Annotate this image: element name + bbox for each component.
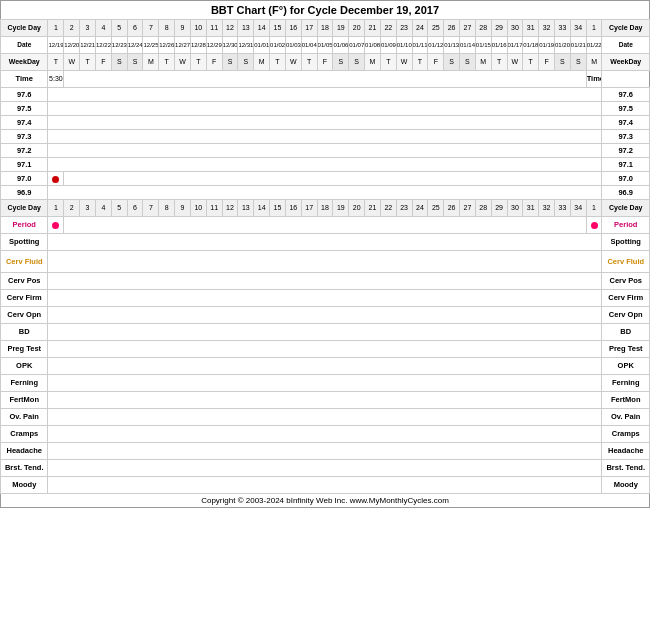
cerv-fluid-label-left: Cerv Fluid — [1, 251, 48, 273]
wd-13: S — [238, 54, 254, 71]
wd-5: S — [111, 54, 127, 71]
date-d20: 01/07 — [349, 37, 365, 54]
temp-row-973: 97.3 97.3 — [1, 130, 650, 144]
headache-label-right: Headache — [602, 443, 650, 460]
temp-cells-976 — [48, 88, 602, 102]
period-cells — [64, 217, 586, 234]
cerv-firm-label-right: Cerv Firm — [602, 290, 650, 307]
temp-cells-973 — [48, 130, 602, 144]
cd-7: 7 — [143, 20, 159, 37]
cdb-8: 8 — [159, 200, 175, 217]
temp-cells-974 — [48, 116, 602, 130]
cdb-20: 20 — [349, 200, 365, 217]
date-label: Date — [1, 37, 48, 54]
wd-1: T — [48, 54, 64, 71]
headache-row: Headache Headache — [1, 443, 650, 460]
wd-4: F — [95, 54, 111, 71]
cdb-27: 27 — [460, 200, 476, 217]
moody-label-left: Moody — [1, 477, 48, 494]
temp-label-976-right: 97.6 — [602, 88, 650, 102]
period-row: Period Period — [1, 217, 650, 234]
date-label-right: Date — [602, 37, 650, 54]
ov-pain-label-left: Ov. Pain — [1, 409, 48, 426]
wd-23: W — [396, 54, 412, 71]
date-d13: 12/31 — [238, 37, 254, 54]
spotting-cells — [48, 234, 602, 251]
temp-label-970-right: 97.0 — [602, 172, 650, 186]
bd-cells — [48, 324, 602, 341]
temp-cells-972 — [48, 144, 602, 158]
footer: Copyright © 2003-2024 bInfinity Web Inc.… — [0, 494, 650, 508]
period-dot-1 — [48, 217, 64, 234]
cd-23: 23 — [396, 20, 412, 37]
cd-29: 29 — [491, 20, 507, 37]
cdb-32: 32 — [539, 200, 555, 217]
temp-label-971-left: 97.1 — [1, 158, 48, 172]
date-d9: 12/27 — [175, 37, 191, 54]
temp-label-975-right: 97.5 — [602, 102, 650, 116]
wd-30: W — [507, 54, 523, 71]
headache-cells — [48, 443, 602, 460]
cdb-6: 6 — [127, 200, 143, 217]
temp-cells-971 — [48, 158, 602, 172]
cerv-pos-row: Cerv Pos Cerv Pos — [1, 273, 650, 290]
wd-35: M — [586, 54, 602, 71]
date-d28: 01/15 — [475, 37, 491, 54]
cdb-9: 9 — [175, 200, 191, 217]
cdb-14: 14 — [254, 200, 270, 217]
date-d16: 01/03 — [285, 37, 301, 54]
date-d7: 12/25 — [143, 37, 159, 54]
cdb-25: 25 — [428, 200, 444, 217]
wd-25: F — [428, 54, 444, 71]
brst-tend-label-left: Brst. Tend. — [1, 460, 48, 477]
wd-18: F — [317, 54, 333, 71]
weekday-label-right: WeekDay — [602, 54, 650, 71]
bd-row: BD BD — [1, 324, 650, 341]
cd-30: 30 — [507, 20, 523, 37]
date-d22: 01/09 — [380, 37, 396, 54]
period-label-left: Period — [1, 217, 48, 234]
cdb-17: 17 — [301, 200, 317, 217]
ov-pain-row: Ov. Pain Ov. Pain — [1, 409, 650, 426]
wd-31: T — [523, 54, 539, 71]
weekday-row: WeekDay T W T F S S M T W T F S S M T W … — [1, 54, 650, 71]
wd-27: S — [460, 54, 476, 71]
moody-cells — [48, 477, 602, 494]
cerv-fluid-cells — [48, 251, 602, 273]
period-label-right: Period — [602, 217, 650, 234]
cdb-7: 7 — [143, 200, 159, 217]
date-d6: 12/24 — [127, 37, 143, 54]
temp-label-971-right: 97.1 — [602, 158, 650, 172]
wd-22: T — [380, 54, 396, 71]
wd-29: T — [491, 54, 507, 71]
wd-6: S — [127, 54, 143, 71]
chart-container: BBT Chart (F°) for Cycle December 19, 20… — [0, 0, 650, 508]
time-label: Time — [1, 71, 48, 88]
temp-row-976: 97.6 97.6 — [1, 88, 650, 102]
cd-12: 12 — [222, 20, 238, 37]
brst-tend-row: Brst. Tend. Brst. Tend. — [1, 460, 650, 477]
period-dot-2 — [586, 217, 602, 234]
cdb-1: 1 — [48, 200, 64, 217]
wd-3: T — [80, 54, 96, 71]
wd-28: M — [475, 54, 491, 71]
cd-26: 26 — [444, 20, 460, 37]
preg-test-label-right: Preg Test — [602, 341, 650, 358]
cd-4: 4 — [95, 20, 111, 37]
date-d4: 12/22 — [95, 37, 111, 54]
cycle-day-label-right: Cycle Day — [602, 20, 650, 37]
temp-label-974-right: 97.4 — [602, 116, 650, 130]
date-d5: 12/23 — [111, 37, 127, 54]
period-dot-icon-2 — [591, 222, 598, 229]
spotting-row: Spotting Spotting — [1, 234, 650, 251]
date-d14: 01/01 — [254, 37, 270, 54]
date-d32: 01/19 — [539, 37, 555, 54]
cd-6: 6 — [127, 20, 143, 37]
fertmon-label-left: FertMon — [1, 392, 48, 409]
cdb-12: 12 — [222, 200, 238, 217]
preg-test-row: Preg Test Preg Test — [1, 341, 650, 358]
wd-16: W — [285, 54, 301, 71]
cd-25: 25 — [428, 20, 444, 37]
cycle-day-row-top: Cycle Day 1 2 3 4 5 6 7 8 9 10 11 12 13 … — [1, 20, 650, 37]
cd-31: 31 — [523, 20, 539, 37]
